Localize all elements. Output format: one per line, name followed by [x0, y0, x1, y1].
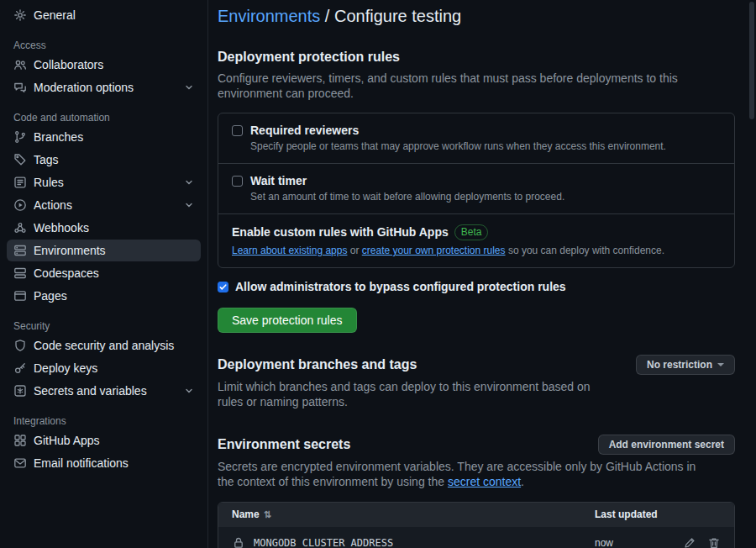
protection-heading: Deployment protection rules [218, 47, 735, 67]
settings-sidebar: General Access Collaborators Moderation … [0, 0, 208, 548]
rules-icon [13, 176, 27, 189]
bypass-label[interactable]: Allow administrators to bypass configure… [235, 280, 566, 294]
required-reviewers-description: Specify people or teams that may approve… [250, 140, 721, 153]
sidebar-item-label: Environments [34, 244, 194, 257]
sidebar-item-label: Actions [34, 198, 177, 212]
breadcrumb-environments-link[interactable]: Environments [218, 7, 320, 25]
custom-rules-conj: or [347, 245, 361, 256]
tag-icon [13, 153, 27, 166]
sidebar-item-general[interactable]: General [7, 4, 201, 26]
custom-rules-row: Enable custom rules with GitHub AppsBeta… [218, 214, 734, 267]
sidebar-item-collaborators[interactable]: Collaborators [7, 54, 201, 76]
secrets-heading: Environment secrets [218, 435, 350, 455]
protection-description: Configure reviewers, timers, and custom … [218, 71, 735, 101]
sort-icon[interactable]: ⇅ [264, 509, 271, 520]
secrets-table-header: Name ⇅ Last updated [218, 503, 734, 526]
lock-icon [232, 536, 245, 548]
edit-secret-button[interactable] [683, 536, 696, 548]
breadcrumb-separator: / [320, 7, 334, 25]
custom-rules-suffix: so you can deploy with confidence. [506, 245, 664, 256]
secret-name: MONGODB_CLUSTER_ADDRESS [254, 537, 393, 548]
sidebar-item-label: Secrets and variables [34, 384, 177, 398]
key-asterisk-icon [13, 384, 27, 398]
sidebar-item-webhooks[interactable]: Webhooks [7, 217, 201, 239]
save-protection-rules-button[interactable]: Save protection rules [218, 308, 357, 333]
environment-secrets-section: Environment secrets Add environment secr… [218, 435, 735, 548]
chevron-down-icon [184, 82, 194, 92]
environment-settings-main: Environments / Configure testing Deploym… [208, 0, 756, 548]
git-branch-icon [13, 130, 27, 144]
server-icon [13, 244, 27, 257]
branches-heading: Deployment branches and tags [218, 355, 417, 375]
chevron-down-icon [184, 200, 194, 210]
wait-timer-label[interactable]: Wait timer [250, 174, 307, 188]
sidebar-item-label: GitHub Apps [34, 434, 194, 447]
sidebar-item-code-security[interactable]: Code security and analysis [7, 335, 201, 356]
sidebar-item-codespaces[interactable]: Codespaces [7, 262, 201, 284]
sidebar-item-label: Codespaces [34, 266, 194, 280]
sidebar-item-email-notifications[interactable]: Email notifications [7, 452, 201, 474]
wait-timer-row: Wait timer Set an amount of time to wait… [218, 164, 734, 214]
trash-icon [707, 536, 721, 548]
sidebar-item-label: Rules [34, 176, 177, 189]
gear-icon [13, 8, 27, 22]
branch-restriction-dropdown[interactable]: No restriction [636, 355, 735, 375]
branches-description: Limit which branches and tags can deploy… [218, 379, 612, 409]
wait-timer-description: Set an amount of time to wait before all… [250, 191, 721, 203]
page-title: Environments / Configure testing [218, 5, 735, 27]
wait-timer-checkbox[interactable] [232, 176, 243, 187]
delete-secret-button[interactable] [707, 536, 721, 548]
mail-icon [13, 456, 27, 470]
sidebar-item-label: Webhooks [34, 221, 194, 234]
sidebar-item-label: Pages [34, 289, 194, 303]
secret-context-link[interactable]: secret context [448, 475, 521, 488]
custom-rules-links: Learn about existing apps or create your… [232, 244, 721, 257]
sidebar-item-deploy-keys[interactable]: Deploy keys [7, 357, 201, 379]
sidebar-item-pages[interactable]: Pages [7, 285, 201, 307]
sidebar-item-github-apps[interactable]: GitHub Apps [7, 429, 201, 451]
dropdown-caret-icon [717, 363, 724, 366]
secrets-table: Name ⇅ Last updated MONGODB_CLUSTER_ADDR… [218, 502, 735, 548]
branch-restriction-label: No restriction [647, 359, 712, 371]
sidebar-item-actions[interactable]: Actions [7, 194, 201, 216]
bypass-checkbox[interactable] [218, 282, 228, 292]
sidebar-item-label: Code security and analysis [34, 339, 194, 352]
sidebar-item-label: Moderation options [34, 81, 177, 94]
required-reviewers-row: Required reviewers Specify people or tea… [218, 113, 734, 164]
discussion-icon [13, 81, 27, 94]
browser-icon [13, 289, 27, 303]
required-reviewers-checkbox[interactable] [232, 125, 243, 136]
pencil-icon [683, 536, 696, 548]
sidebar-section-security: Security [13, 320, 194, 332]
create-protection-rules-link[interactable]: create your own protection rules [362, 245, 506, 256]
learn-existing-apps-link[interactable]: Learn about existing apps [232, 245, 347, 256]
sidebar-item-moderation-options[interactable]: Moderation options [7, 76, 201, 98]
secrets-description: Secrets are encrypted environment variab… [218, 459, 713, 489]
name-column-header[interactable]: Name [232, 508, 260, 520]
sidebar-item-label: General [34, 8, 194, 22]
required-reviewers-label[interactable]: Required reviewers [250, 124, 359, 138]
sidebar-item-label: Collaborators [34, 58, 194, 71]
chevron-down-icon [184, 177, 194, 187]
sidebar-item-rules[interactable]: Rules [7, 171, 201, 193]
shield-icon [13, 339, 27, 352]
sidebar-section-access: Access [13, 40, 194, 51]
chevron-down-icon [184, 386, 194, 396]
sidebar-item-secrets-variables[interactable]: Secrets and variables [7, 380, 201, 402]
beta-badge: Beta [454, 224, 489, 240]
table-row: MONGODB_CLUSTER_ADDRESS now [218, 526, 734, 548]
environment-name: Configure testing [334, 7, 461, 25]
people-icon [13, 58, 27, 71]
protection-rules-box: Required reviewers Specify people or tea… [218, 113, 735, 268]
add-environment-secret-button[interactable]: Add environment secret [598, 435, 735, 455]
sidebar-item-branches[interactable]: Branches [7, 126, 201, 148]
sidebar-section-integrations: Integrations [13, 415, 194, 427]
scrollbar[interactable] [749, 2, 754, 119]
secret-updated: now [595, 537, 667, 548]
sidebar-item-label: Deploy keys [34, 361, 194, 375]
secrets-description-period: . [521, 475, 524, 488]
apps-icon [13, 434, 27, 447]
sidebar-item-tags[interactable]: Tags [7, 149, 201, 171]
sidebar-item-environments[interactable]: Environments [7, 240, 201, 261]
deployment-branches-section: Deployment branches and tags No restrict… [218, 355, 735, 409]
